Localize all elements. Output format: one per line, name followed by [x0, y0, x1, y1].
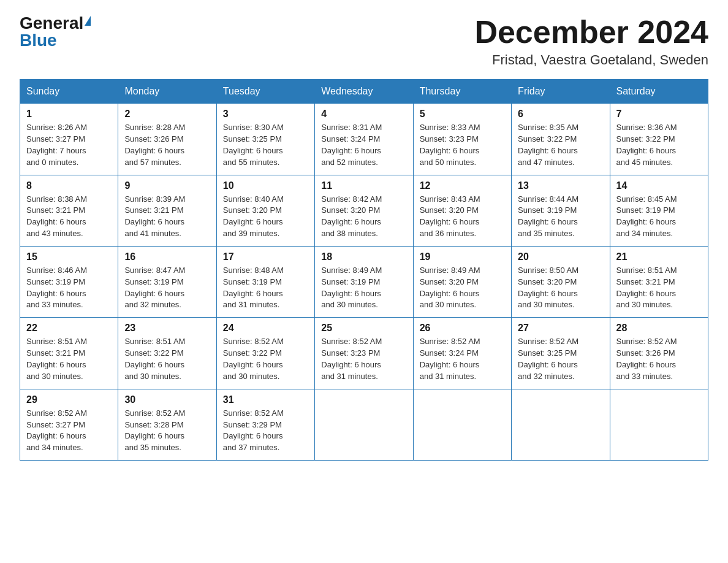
day-info: Sunrise: 8:50 AMSunset: 3:20 PMDaylight:… — [518, 265, 603, 311]
day-info: Sunrise: 8:43 AMSunset: 3:20 PMDaylight:… — [420, 194, 505, 240]
day-info: Sunrise: 8:30 AMSunset: 3:25 PMDaylight:… — [223, 122, 308, 168]
calendar-cell: 12 Sunrise: 8:43 AMSunset: 3:20 PMDaylig… — [413, 175, 511, 246]
calendar-cell: 23 Sunrise: 8:51 AMSunset: 3:22 PMDaylig… — [118, 318, 216, 389]
day-info: Sunrise: 8:52 AMSunset: 3:24 PMDaylight:… — [420, 336, 505, 382]
column-header-saturday: Saturday — [610, 80, 708, 104]
day-info: Sunrise: 8:52 AMSunset: 3:25 PMDaylight:… — [518, 336, 603, 382]
day-info: Sunrise: 8:51 AMSunset: 3:21 PMDaylight:… — [26, 336, 112, 382]
day-number: 7 — [616, 109, 702, 120]
day-number: 14 — [616, 180, 702, 191]
day-number: 15 — [26, 251, 112, 262]
calendar-cell: 10 Sunrise: 8:40 AMSunset: 3:20 PMDaylig… — [216, 175, 314, 246]
day-number: 27 — [518, 323, 603, 334]
day-number: 20 — [518, 251, 603, 262]
day-number: 10 — [223, 180, 308, 191]
day-number: 22 — [26, 323, 112, 334]
day-info: Sunrise: 8:39 AMSunset: 3:21 PMDaylight:… — [124, 194, 210, 240]
logo-general-text: General — [20, 15, 83, 32]
day-info: Sunrise: 8:52 AMSunset: 3:28 PMDaylight:… — [124, 408, 210, 454]
day-info: Sunrise: 8:28 AMSunset: 3:26 PMDaylight:… — [124, 122, 210, 168]
day-number: 5 — [420, 109, 505, 120]
calendar-table: SundayMondayTuesdayWednesdayThursdayFrid… — [20, 79, 708, 461]
day-info: Sunrise: 8:52 AMSunset: 3:26 PMDaylight:… — [616, 336, 702, 382]
calendar-week-row: 29 Sunrise: 8:52 AMSunset: 3:27 PMDaylig… — [20, 389, 708, 460]
day-number: 1 — [26, 109, 112, 120]
day-number: 13 — [518, 180, 603, 191]
calendar-cell: 28 Sunrise: 8:52 AMSunset: 3:26 PMDaylig… — [610, 318, 708, 389]
day-number: 30 — [124, 394, 210, 405]
location-label: Fristad, Vaestra Goetaland, Sweden — [474, 52, 708, 68]
calendar-cell: 8 Sunrise: 8:38 AMSunset: 3:21 PMDayligh… — [20, 175, 118, 246]
day-info: Sunrise: 8:52 AMSunset: 3:29 PMDaylight:… — [223, 408, 308, 454]
calendar-cell: 18 Sunrise: 8:49 AMSunset: 3:19 PMDaylig… — [315, 246, 413, 317]
column-header-sunday: Sunday — [20, 80, 118, 104]
column-header-monday: Monday — [118, 80, 216, 104]
day-info: Sunrise: 8:44 AMSunset: 3:19 PMDaylight:… — [518, 194, 603, 240]
calendar-cell: 16 Sunrise: 8:47 AMSunset: 3:19 PMDaylig… — [118, 246, 216, 317]
day-number: 12 — [420, 180, 505, 191]
day-info: Sunrise: 8:46 AMSunset: 3:19 PMDaylight:… — [26, 265, 112, 311]
column-header-tuesday: Tuesday — [216, 80, 314, 104]
calendar-week-row: 22 Sunrise: 8:51 AMSunset: 3:21 PMDaylig… — [20, 318, 708, 389]
calendar-cell: 25 Sunrise: 8:52 AMSunset: 3:23 PMDaylig… — [315, 318, 413, 389]
day-info: Sunrise: 8:49 AMSunset: 3:19 PMDaylight:… — [321, 265, 406, 311]
column-header-friday: Friday — [512, 80, 610, 104]
day-info: Sunrise: 8:33 AMSunset: 3:23 PMDaylight:… — [420, 122, 505, 168]
day-info: Sunrise: 8:51 AMSunset: 3:21 PMDaylight:… — [616, 265, 702, 311]
calendar-cell: 29 Sunrise: 8:52 AMSunset: 3:27 PMDaylig… — [20, 389, 118, 460]
day-number: 11 — [321, 180, 406, 191]
day-info: Sunrise: 8:36 AMSunset: 3:22 PMDaylight:… — [616, 122, 702, 168]
logo: General Blue — [20, 15, 91, 49]
day-number: 8 — [26, 180, 112, 191]
day-number: 21 — [616, 251, 702, 262]
logo-blue-text: Blue — [20, 31, 57, 50]
calendar-week-row: 8 Sunrise: 8:38 AMSunset: 3:21 PMDayligh… — [20, 175, 708, 246]
calendar-cell — [413, 389, 511, 460]
day-info: Sunrise: 8:40 AMSunset: 3:20 PMDaylight:… — [223, 194, 308, 240]
day-info: Sunrise: 8:31 AMSunset: 3:24 PMDaylight:… — [321, 122, 406, 168]
calendar-cell: 26 Sunrise: 8:52 AMSunset: 3:24 PMDaylig… — [413, 318, 511, 389]
day-number: 25 — [321, 323, 406, 334]
day-number: 9 — [124, 180, 210, 191]
day-number: 6 — [518, 109, 603, 120]
calendar-cell — [610, 389, 708, 460]
day-number: 28 — [616, 323, 702, 334]
day-number: 31 — [223, 394, 308, 405]
day-info: Sunrise: 8:38 AMSunset: 3:21 PMDaylight:… — [26, 194, 112, 240]
page-header: General Blue December 2024 Fristad, Vaes… — [20, 15, 708, 68]
day-info: Sunrise: 8:42 AMSunset: 3:20 PMDaylight:… — [321, 194, 406, 240]
day-number: 24 — [223, 323, 308, 334]
calendar-cell: 20 Sunrise: 8:50 AMSunset: 3:20 PMDaylig… — [512, 246, 610, 317]
day-number: 19 — [420, 251, 505, 262]
calendar-cell: 2 Sunrise: 8:28 AMSunset: 3:26 PMDayligh… — [118, 104, 216, 175]
calendar-cell: 24 Sunrise: 8:52 AMSunset: 3:22 PMDaylig… — [216, 318, 314, 389]
calendar-cell: 21 Sunrise: 8:51 AMSunset: 3:21 PMDaylig… — [610, 246, 708, 317]
day-info: Sunrise: 8:26 AMSunset: 3:27 PMDaylight:… — [26, 122, 112, 168]
day-info: Sunrise: 8:35 AMSunset: 3:22 PMDaylight:… — [518, 122, 603, 168]
calendar-week-row: 1 Sunrise: 8:26 AMSunset: 3:27 PMDayligh… — [20, 104, 708, 175]
day-number: 2 — [124, 109, 210, 120]
day-number: 4 — [321, 109, 406, 120]
calendar-cell: 9 Sunrise: 8:39 AMSunset: 3:21 PMDayligh… — [118, 175, 216, 246]
calendar-cell: 1 Sunrise: 8:26 AMSunset: 3:27 PMDayligh… — [20, 104, 118, 175]
title-area: December 2024 Fristad, Vaestra Goetaland… — [474, 15, 708, 68]
day-number: 3 — [223, 109, 308, 120]
calendar-cell: 30 Sunrise: 8:52 AMSunset: 3:28 PMDaylig… — [118, 389, 216, 460]
calendar-cell: 3 Sunrise: 8:30 AMSunset: 3:25 PMDayligh… — [216, 104, 314, 175]
day-info: Sunrise: 8:45 AMSunset: 3:19 PMDaylight:… — [616, 194, 702, 240]
day-info: Sunrise: 8:49 AMSunset: 3:20 PMDaylight:… — [420, 265, 505, 311]
day-info: Sunrise: 8:52 AMSunset: 3:23 PMDaylight:… — [321, 336, 406, 382]
calendar-cell: 7 Sunrise: 8:36 AMSunset: 3:22 PMDayligh… — [610, 104, 708, 175]
calendar-cell: 6 Sunrise: 8:35 AMSunset: 3:22 PMDayligh… — [512, 104, 610, 175]
calendar-cell: 31 Sunrise: 8:52 AMSunset: 3:29 PMDaylig… — [216, 389, 314, 460]
day-number: 17 — [223, 251, 308, 262]
month-title: December 2024 — [474, 15, 708, 50]
column-header-wednesday: Wednesday — [315, 80, 413, 104]
day-info: Sunrise: 8:51 AMSunset: 3:22 PMDaylight:… — [124, 336, 210, 382]
day-number: 26 — [420, 323, 505, 334]
calendar-cell: 5 Sunrise: 8:33 AMSunset: 3:23 PMDayligh… — [413, 104, 511, 175]
calendar-cell: 4 Sunrise: 8:31 AMSunset: 3:24 PMDayligh… — [315, 104, 413, 175]
calendar-cell: 17 Sunrise: 8:48 AMSunset: 3:19 PMDaylig… — [216, 246, 314, 317]
day-info: Sunrise: 8:52 AMSunset: 3:22 PMDaylight:… — [223, 336, 308, 382]
calendar-cell — [512, 389, 610, 460]
